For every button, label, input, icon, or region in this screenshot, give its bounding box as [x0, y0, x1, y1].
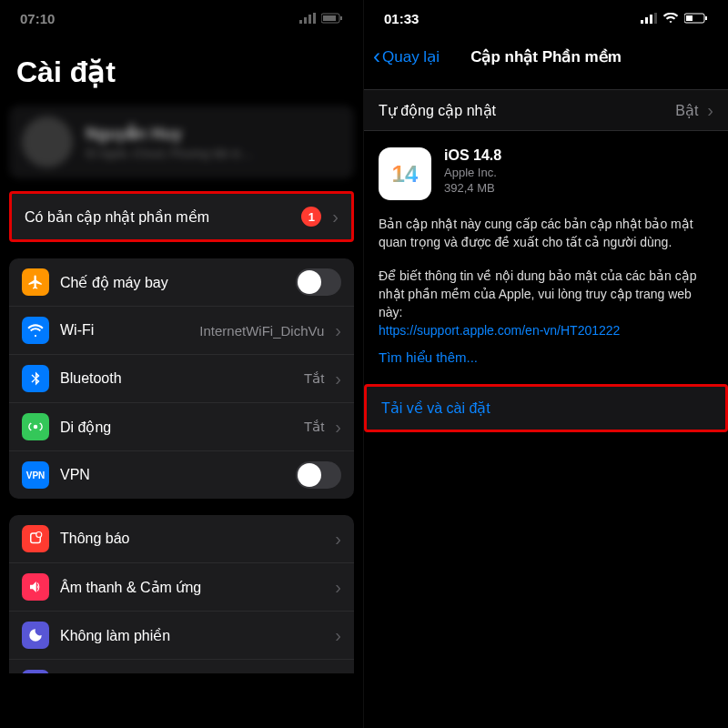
- airplane-icon: [22, 268, 49, 296]
- account-name: Nguyễn Huy: [86, 124, 252, 144]
- wifi-value: InternetWiFi_DichVu: [199, 323, 324, 339]
- cellular-label: Di động: [60, 419, 293, 436]
- vpn-label: VPN: [60, 467, 285, 483]
- cellular-row[interactable]: Di động Tắt ›: [9, 403, 354, 451]
- update-available-label: Có bản cập nhật phần mềm: [25, 208, 290, 226]
- back-button[interactable]: ‹ Quay lại: [373, 46, 440, 67]
- bluetooth-label: Bluetooth: [60, 370, 293, 387]
- navbar: ‹ Quay lại Cập nhật Phần mềm: [364, 36, 728, 76]
- svg-rect-11: [650, 15, 652, 24]
- apple-id-row[interactable]: Nguyễn Huy ID Apple, iCloud, Phương tiện…: [9, 106, 354, 178]
- svg-rect-10: [645, 17, 648, 24]
- security-link[interactable]: https://support.apple.com/en-vn/HT201222: [379, 323, 620, 338]
- sounds-row[interactable]: Âm thanh & Cảm ứng ›: [9, 563, 354, 612]
- learn-more-link[interactable]: Tìm hiểu thêm...: [364, 340, 728, 379]
- bluetooth-row[interactable]: Bluetooth Tắt ›: [9, 355, 354, 403]
- statusbar: 07:10: [0, 0, 363, 36]
- settings-screen: 07:10 Cài đặt Nguyễn Huy ID Apple, iClou…: [0, 0, 364, 728]
- avatar: [22, 116, 73, 167]
- update-version: iOS 14.8: [444, 147, 501, 164]
- update-description-2: Để biết thông tin về nội dung bảo mật củ…: [379, 267, 713, 340]
- wifi-icon: [22, 317, 49, 344]
- update-description-1: Bản cập nhật này cung cấp các bản cập nh…: [379, 215, 713, 252]
- airplane-mode-row[interactable]: Chế độ máy bay: [9, 258, 354, 307]
- chevron-right-icon: ›: [332, 207, 339, 226]
- auto-update-value: Bật: [675, 102, 698, 119]
- software-update-available-row[interactable]: Có bản cập nhật phần mềm 1 ›: [9, 191, 354, 242]
- general-section: Thông báo › Âm thanh & Cảm ứng › Không l…: [9, 515, 354, 673]
- svg-rect-6: [340, 16, 342, 20]
- sounds-icon: [22, 573, 49, 601]
- svg-rect-15: [705, 16, 707, 20]
- dnd-icon: [22, 622, 49, 649]
- account-subtitle: ID Apple, iCloud, Phương tiện & ...: [86, 147, 252, 160]
- status-icons: [299, 13, 343, 24]
- svg-rect-5: [323, 15, 336, 21]
- wifi-row[interactable]: Wi-Fi InternetWiFi_DichVu ›: [9, 307, 354, 355]
- auto-update-row[interactable]: Tự động cập nhật Bật ›: [364, 90, 728, 130]
- chevron-left-icon: ‹: [373, 46, 380, 67]
- cellular-icon: [22, 413, 49, 440]
- dnd-label: Không làm phiền: [60, 627, 324, 644]
- status-icons: [641, 13, 708, 24]
- wifi-label: Wi-Fi: [60, 322, 188, 339]
- chevron-right-icon: ›: [335, 418, 341, 436]
- notifications-row[interactable]: Thông báo ›: [9, 515, 354, 563]
- software-update-screen: 01:33 ‹ Quay lại Cập nhật Phần mềm Tự độ…: [364, 0, 728, 728]
- sounds-label: Âm thanh & Cảm ứng: [60, 579, 324, 596]
- update-info: 14 iOS 14.8 Apple Inc. 392,4 MB Bản cập …: [364, 131, 728, 340]
- cellular-value: Tắt: [304, 419, 324, 435]
- vpn-toggle[interactable]: [296, 461, 341, 489]
- ios-icon: 14: [379, 147, 431, 200]
- notifications-icon: [22, 525, 49, 552]
- page-title: Cài đặt: [0, 36, 363, 98]
- chevron-right-icon: ›: [707, 101, 713, 119]
- airplane-toggle[interactable]: [296, 268, 341, 296]
- chevron-right-icon: ›: [335, 369, 341, 388]
- connectivity-section: Chế độ máy bay Wi-Fi InternetWiFi_DichVu…: [9, 258, 354, 499]
- update-badge: 1: [301, 207, 321, 227]
- auto-update-label: Tự động cập nhật: [379, 102, 666, 119]
- svg-rect-9: [641, 20, 643, 24]
- svg-rect-0: [299, 20, 302, 24]
- vpn-row[interactable]: VPN VPN: [9, 451, 354, 499]
- svg-rect-14: [686, 15, 693, 21]
- chevron-right-icon: ›: [335, 626, 341, 644]
- bluetooth-value: Tắt: [304, 370, 324, 387]
- auto-update-section: Tự động cập nhật Bật ›: [364, 89, 728, 131]
- chevron-right-icon: ›: [335, 578, 341, 596]
- notifications-label: Thông báo: [60, 531, 324, 547]
- status-time: 07:10: [20, 11, 55, 26]
- bluetooth-icon: [22, 365, 49, 392]
- svg-rect-1: [304, 17, 307, 24]
- vpn-icon: VPN: [22, 461, 49, 489]
- update-size: 392,4 MB: [444, 181, 501, 195]
- svg-rect-12: [654, 13, 657, 24]
- screentime-row[interactable]: Thời gian sử dụng ›: [9, 660, 354, 673]
- back-label: Quay lại: [382, 47, 440, 66]
- download-install-button[interactable]: Tải về và cài đặt: [364, 384, 728, 432]
- chevron-right-icon: ›: [335, 530, 341, 548]
- svg-rect-2: [308, 15, 311, 24]
- update-vendor: Apple Inc.: [444, 166, 501, 179]
- chevron-right-icon: ›: [335, 321, 341, 339]
- screentime-icon: [22, 670, 49, 673]
- statusbar: 01:33: [364, 0, 728, 36]
- svg-point-8: [36, 532, 42, 538]
- airplane-label: Chế độ máy bay: [60, 274, 285, 291]
- svg-rect-3: [313, 13, 316, 24]
- status-time: 01:33: [384, 11, 419, 26]
- nav-title: Cập nhật Phần mềm: [470, 47, 622, 66]
- dnd-row[interactable]: Không làm phiền ›: [9, 612, 354, 660]
